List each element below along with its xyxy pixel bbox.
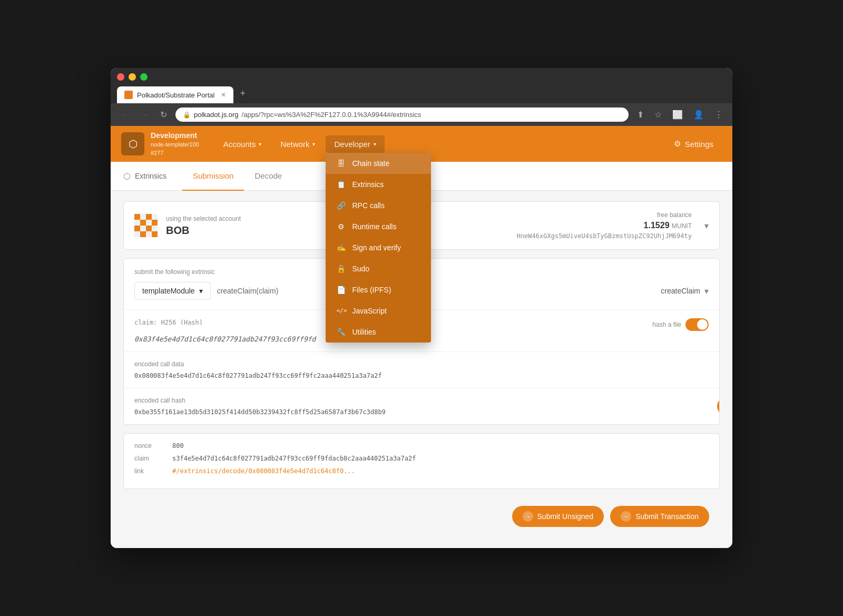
menu-button[interactable]: ⋮	[711, 107, 726, 122]
block-number: #277	[151, 149, 199, 157]
encoded-call-hash-section: encoded call hash 0xbe355f161ae13db5d310…	[124, 388, 719, 424]
share-button[interactable]: ⬆	[634, 107, 647, 122]
dropdown-rpc-calls[interactable]: 🔗 RPC calls	[326, 195, 431, 216]
copy-button[interactable]: 👍	[717, 397, 720, 415]
browser-window: Polkadot/Substrate Portal ✕ + ← → ↻ 🔒 po…	[111, 68, 732, 548]
forward-button[interactable]: →	[137, 108, 152, 122]
sub-nav-brand-label: Extrinsics	[135, 172, 166, 180]
link-key: link	[134, 467, 166, 475]
link-row: link #/extrinsics/decode/0x080083f4e5e4d…	[134, 467, 709, 475]
sign-verify-icon: ✍	[336, 243, 346, 252]
sub-nav-tabs: Submission Decode	[182, 162, 292, 190]
account-dropdown-icon: ▾	[704, 221, 709, 231]
extrinsic-right: createClaim ▾	[661, 286, 709, 296]
decode-link[interactable]: #/extrinsics/decode/0x080083f4e5e4d7d1c6…	[172, 467, 355, 475]
javascript-label: JavaScript	[352, 307, 386, 315]
submit-unsigned-icon: →	[523, 511, 533, 522]
close-window-button[interactable]	[117, 73, 124, 81]
new-tab-button[interactable]: +	[236, 86, 250, 101]
app-logo: ⬡ Development node-template/100 #277	[121, 131, 199, 157]
dropdown-javascript[interactable]: </> JavaScript	[326, 300, 431, 321]
profile-button[interactable]: 👤	[690, 107, 707, 122]
nav-developer-label: Developer	[334, 140, 370, 149]
dropdown-runtime-calls[interactable]: ⚙ Runtime calls	[326, 216, 431, 237]
logo-icon: ⬡	[121, 132, 144, 155]
extrinsics-brand-icon: ⬡	[123, 171, 131, 181]
account-right: free balance 1.1529 MUNIT HneW46xGXgs5mU…	[517, 211, 692, 240]
details-card: nonce 800 claim s3f4e5e4d7d1c64c8f027791…	[123, 433, 720, 489]
dropdown-sign-verify[interactable]: ✍ Sign and verify	[326, 237, 431, 258]
nav-settings-label: Settings	[685, 140, 713, 149]
app-content: ⬡ Development node-template/100 #277 Acc…	[111, 126, 732, 548]
encoded-call-hash-label: encoded call hash	[134, 397, 709, 404]
tab-favicon	[124, 91, 133, 99]
claim-detail-value: s3f4e5e4d7d1c64c8f027791adb247f93cc69ff9…	[172, 455, 416, 462]
javascript-icon: </>	[336, 307, 346, 314]
network-arrow-icon: ▾	[312, 141, 315, 147]
nav-accounts[interactable]: Accounts ▾	[215, 135, 270, 153]
details-panel: nonce 800 claim s3f4e5e4d7d1c64c8f027791…	[124, 434, 719, 488]
split-view-button[interactable]: ⬜	[669, 107, 686, 122]
files-ipfs-label: Files (IPFS)	[352, 286, 391, 294]
settings-gear-icon: ⚙	[674, 139, 681, 149]
lock-icon: 🔒	[183, 111, 191, 119]
node-name: node-template/100	[151, 141, 199, 149]
toggle-thumb	[697, 319, 708, 330]
hash-toggle: hash a file	[652, 318, 709, 331]
nonce-key: nonce	[134, 442, 166, 449]
nav-developer[interactable]: Developer ▾ 🗄 Chain state 📋 Extrinsics	[326, 135, 384, 153]
hash-file-label: hash a file	[652, 321, 681, 328]
claim-type-label: claim: H256 (Hash)	[134, 319, 203, 326]
submit-transaction-button[interactable]: → Submit Transaction	[610, 506, 709, 527]
extrinsics-icon: 📋	[336, 180, 346, 189]
sub-nav-brand: ⬡ Extrinsics	[123, 163, 166, 190]
url-domain: polkadot.js.org	[194, 111, 239, 119]
logo-text: Development node-template/100 #277	[151, 131, 199, 157]
encoded-call-data-label: encoded call data	[134, 360, 709, 368]
nonce-row: nonce 800	[134, 442, 709, 449]
extrinsics-label: Extrinsics	[352, 180, 384, 189]
bookmark-button[interactable]: ☆	[651, 107, 665, 122]
hash-toggle-switch[interactable]	[685, 318, 709, 331]
rpc-calls-icon: 🔗	[336, 201, 346, 210]
action-buttons: → Submit Unsigned → Submit Transaction	[123, 497, 720, 537]
address-bar[interactable]: 🔒 polkadot.js.org /apps/?rpc=ws%3A%2F%2F…	[175, 107, 629, 122]
tab-submission[interactable]: Submission	[182, 162, 244, 191]
extrinsic-method-label: createClaim(claim)	[217, 287, 279, 295]
runtime-calls-icon: ⚙	[336, 222, 346, 231]
browser-tab-active[interactable]: Polkadot/Substrate Portal ✕	[117, 86, 233, 103]
back-button[interactable]: ←	[117, 108, 132, 122]
submit-unsigned-button[interactable]: → Submit Unsigned	[512, 506, 604, 527]
dropdown-sudo[interactable]: 🔒 Sudo	[326, 258, 431, 279]
claim-key: claim	[134, 455, 166, 462]
maximize-window-button[interactable]	[140, 73, 148, 81]
balance-amount: 1.1529	[644, 221, 670, 230]
dropdown-files-ipfs[interactable]: 📄 Files (IPFS)	[326, 279, 431, 300]
browser-chrome: Polkadot/Substrate Portal ✕ +	[111, 68, 732, 103]
tab-close-button[interactable]: ✕	[221, 91, 226, 99]
module-selector[interactable]: templateModule ▾	[134, 282, 211, 300]
method-short-name: createClaim	[661, 287, 700, 295]
encoded-call-data-value: 0x080083f4e5e4d7d1c64c8f027791adb247f93c…	[134, 372, 709, 379]
dropdown-chain-state[interactable]: 🗄 Chain state	[326, 153, 431, 174]
network-name: Development	[151, 131, 199, 141]
nav-network[interactable]: Network ▾	[272, 135, 324, 153]
encoded-call-hash-value: 0xbe355f161ae13db5d31025f414dd50b3239432…	[134, 408, 709, 416]
files-ipfs-icon: 📄	[336, 286, 346, 294]
utilities-icon: 🔧	[336, 328, 346, 336]
submit-transaction-label: Submit Transaction	[635, 512, 699, 521]
browser-tabs: Polkadot/Substrate Portal ✕ +	[117, 86, 726, 103]
developer-dropdown: 🗄 Chain state 📋 Extrinsics 🔗 RPC calls	[326, 153, 431, 343]
chain-state-icon: 🗄	[336, 159, 346, 168]
minimize-window-button[interactable]	[129, 73, 136, 81]
reload-button[interactable]: ↻	[157, 107, 170, 122]
dropdown-utilities[interactable]: 🔧 Utilities	[326, 321, 431, 343]
dropdown-extrinsics[interactable]: 📋 Extrinsics	[326, 174, 431, 195]
tab-decode[interactable]: Decode	[244, 162, 292, 191]
nav-accounts-label: Accounts	[223, 140, 256, 149]
balance-unit: MUNIT	[672, 222, 692, 230]
submit-unsigned-label: Submit Unsigned	[537, 512, 594, 521]
app-header: ⬡ Development node-template/100 #277 Acc…	[111, 126, 732, 162]
account-avatar	[134, 214, 158, 237]
nav-settings[interactable]: ⚙ Settings	[665, 135, 722, 153]
